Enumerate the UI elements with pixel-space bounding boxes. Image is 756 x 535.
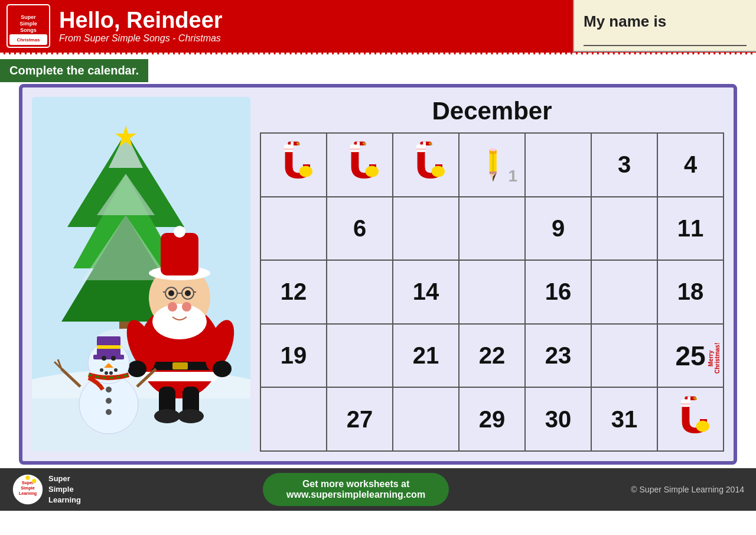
svg-point-55 [109, 371, 113, 375]
svg-point-39 [182, 302, 191, 312]
svg-point-74 [366, 166, 379, 177]
svg-rect-75 [350, 148, 360, 150]
svg-point-68 [299, 166, 312, 177]
page-title: Hello, Reindeer [59, 8, 573, 33]
svg-point-35 [152, 304, 207, 339]
calendar-cell [260, 133, 327, 197]
page-subtitle: From Super Simple Songs - Christmas [59, 33, 573, 44]
instruction-wrapper: Complete the calendar. [0, 54, 756, 80]
svg-rect-49 [97, 345, 120, 349]
svg-point-94 [696, 420, 709, 432]
svg-point-53 [100, 368, 103, 372]
svg-text:Learning: Learning [19, 491, 37, 496]
calendar-cell [591, 197, 657, 261]
svg-rect-33 [161, 233, 198, 275]
calendar-cell: 16 [525, 260, 591, 324]
scene-panel [32, 97, 250, 452]
calendar-cell [327, 133, 393, 197]
svg-point-63 [106, 409, 112, 415]
calendar-cell: 18 [657, 260, 724, 324]
svg-point-23 [178, 409, 204, 423]
name-box: My name is [573, 0, 756, 52]
svg-rect-88 [490, 148, 496, 151]
app-logo: Super Simple Songs Christmas [5, 2, 52, 50]
calendar-card: December [19, 84, 737, 465]
calendar-cell: 6 [327, 197, 393, 261]
calendar-cell: 29 [459, 387, 525, 451]
calendar-cell [327, 260, 393, 324]
svg-rect-9 [32, 398, 250, 452]
calendar-cell [393, 387, 459, 451]
calendar-cell: 19 [260, 324, 327, 388]
calendar-body: 1 34 6 9 1112 14 16 1819 212223 25 Merry… [260, 133, 724, 451]
calendar-cell: 22 [459, 324, 525, 388]
svg-rect-26 [172, 362, 188, 369]
calendar-cell [260, 387, 327, 451]
svg-text:Simple: Simple [21, 485, 35, 491]
footer-logo-icon: Super Simple Learning [12, 474, 44, 505]
svg-rect-95 [681, 403, 690, 404]
svg-point-29 [128, 361, 146, 377]
footer-logo-label: Super Simple Learning [48, 474, 81, 506]
calendar-cell: 23 [525, 324, 591, 388]
calendar-cell [393, 133, 459, 197]
christmas-scene-svg [32, 97, 250, 452]
calendar-cell: 25 Merry Christmas! [657, 324, 724, 388]
calendar-cell: 30 [525, 387, 591, 451]
calendar-cell: 11 [657, 197, 724, 261]
instruction-bar: Complete the calendar. [0, 59, 148, 82]
calendar-cell: 9 [525, 197, 591, 261]
footer-copyright: © Super Simple Learning 2014 [631, 485, 744, 494]
page-header: Super Simple Songs Christmas Hello, Rein… [0, 0, 756, 52]
calendar-cell [393, 197, 459, 261]
svg-point-51 [111, 356, 116, 361]
svg-text:Songs: Songs [20, 27, 37, 33]
month-title: December [260, 97, 724, 125]
calendar-cell: 31 [591, 387, 657, 451]
calendar-cell: 1 [459, 133, 525, 197]
svg-point-80 [432, 166, 445, 177]
calendar-table: 1 34 6 9 1112 14 16 1819 212223 25 Merry… [260, 132, 724, 452]
main-content: December [0, 84, 756, 465]
footer-website-box: Get more worksheets at www.supersimplele… [263, 473, 449, 506]
name-input-line[interactable] [584, 34, 747, 46]
page-footer: Super Simple Learning Super Simple Learn… [0, 468, 756, 511]
calendar-cell: 12 [260, 260, 327, 324]
svg-rect-48 [93, 355, 124, 359]
header-text-block: Hello, Reindeer From Super Simple Songs … [59, 0, 573, 52]
calendar-panel: December [260, 97, 724, 452]
calendar-cell [459, 197, 525, 261]
calendar-cell: 3 [591, 133, 657, 197]
calendar-cell [591, 324, 657, 388]
svg-rect-69 [284, 148, 294, 150]
svg-point-62 [106, 398, 112, 404]
svg-point-36 [168, 290, 174, 296]
svg-point-50 [102, 356, 106, 361]
svg-point-38 [168, 302, 177, 312]
svg-point-30 [213, 361, 232, 377]
svg-point-34 [174, 226, 185, 238]
footer-center-text: Get more worksheets at www.supersimplele… [286, 479, 425, 500]
svg-point-56 [114, 368, 118, 372]
calendar-cell [525, 133, 591, 197]
calendar-cell: 4 [657, 133, 724, 197]
calendar-cell [260, 197, 327, 261]
svg-point-54 [105, 371, 108, 375]
calendar-cell: 27 [327, 387, 393, 451]
footer-logo: Super Simple Learning Super Simple Learn… [12, 474, 81, 506]
calendar-cell [459, 260, 525, 324]
calendar-cell: 14 [393, 260, 459, 324]
svg-point-22 [154, 409, 180, 423]
svg-text:Super: Super [21, 14, 36, 20]
svg-rect-81 [416, 148, 426, 150]
calendar-cell [657, 387, 724, 451]
svg-text:Simple: Simple [19, 21, 37, 27]
svg-text:Christmas: Christmas [17, 37, 40, 43]
svg-point-61 [106, 387, 112, 393]
calendar-cell: 21 [393, 324, 459, 388]
svg-point-101 [32, 479, 36, 483]
svg-point-37 [185, 290, 191, 296]
svg-point-100 [25, 476, 30, 480]
calendar-cell [591, 260, 657, 324]
calendar-cell [327, 324, 393, 388]
